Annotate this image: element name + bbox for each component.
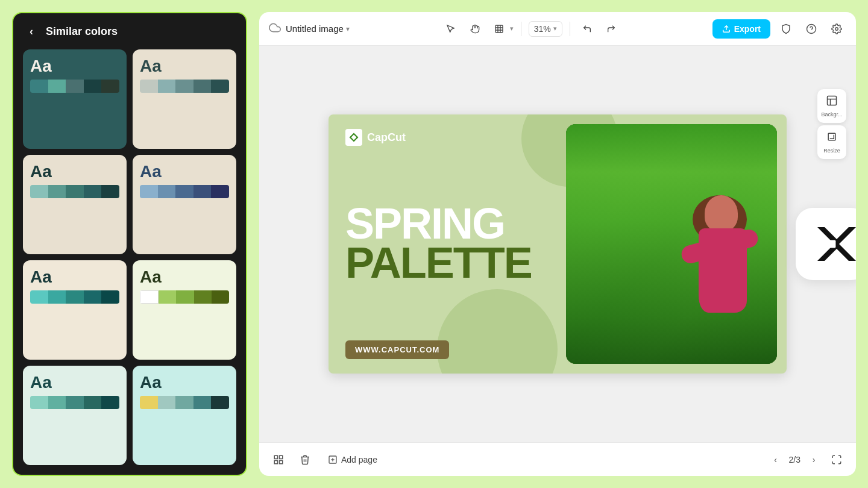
swatch <box>30 396 48 409</box>
toolbar: Untitled image ▾ <box>259 12 856 46</box>
settings-icon[interactable] <box>827 19 846 39</box>
swatch <box>212 290 229 304</box>
hand-tool-button[interactable] <box>465 19 485 39</box>
swatch <box>175 80 193 93</box>
card-5-swatches <box>30 290 119 304</box>
photo-simulation <box>566 124 777 364</box>
card-3-swatches <box>30 185 119 198</box>
color-card-7[interactable]: Aa <box>23 366 127 465</box>
swatch <box>66 396 84 409</box>
color-card-6[interactable]: Aa <box>133 260 236 360</box>
frame-dropdown-icon: ▾ <box>510 25 514 33</box>
resize-icon <box>826 131 838 146</box>
swatch <box>193 80 212 93</box>
shield-icon[interactable] <box>776 19 796 39</box>
swatch <box>84 185 102 198</box>
swatch <box>66 80 84 93</box>
swatch <box>194 290 212 304</box>
color-card-2[interactable]: Aa <box>133 49 236 149</box>
person-figure <box>687 195 759 364</box>
page-navigation: ‹ 2/3 › <box>767 451 822 468</box>
color-card-4[interactable]: Aa <box>133 155 236 254</box>
color-card-3[interactable]: Aa <box>23 155 127 254</box>
palette-text: PALETTE <box>345 243 541 283</box>
swatch <box>175 185 193 198</box>
color-card-8[interactable]: Aa <box>133 366 236 465</box>
swatch <box>101 185 119 198</box>
similar-colors-panel: ‹ Similar colors Aa Aa <box>12 12 247 476</box>
zoom-dropdown-icon: ▾ <box>553 25 557 33</box>
svg-point-8 <box>835 27 838 30</box>
card-1-aa: Aa <box>30 58 119 75</box>
card-8-aa: Aa <box>140 374 229 391</box>
color-card-1[interactable]: Aa <box>23 49 127 149</box>
zoom-control[interactable]: 31% ▾ <box>529 21 562 37</box>
spring-text: SPRING <box>345 204 541 243</box>
card-3-aa: Aa <box>30 163 119 180</box>
swatch <box>140 80 158 93</box>
export-label: Export <box>734 24 761 34</box>
swatch <box>159 290 176 304</box>
capcut-float-logo <box>796 208 856 280</box>
person-head <box>705 195 738 231</box>
swatch <box>140 396 158 409</box>
swatch <box>158 80 176 93</box>
svg-rect-11 <box>828 240 836 248</box>
export-button[interactable]: Export <box>712 19 770 39</box>
capcut-logo-text: CapCut <box>367 131 406 144</box>
swatch <box>140 290 159 304</box>
swatch <box>193 185 212 198</box>
svg-rect-15 <box>280 460 283 463</box>
add-page-button[interactable]: Add page <box>322 451 383 468</box>
color-card-5[interactable]: Aa <box>23 260 127 360</box>
svg-rect-12 <box>274 455 277 458</box>
swatch <box>84 396 102 409</box>
bottom-bar-left: Add page <box>269 450 383 469</box>
editor-area: Untitled image ▾ <box>259 12 856 476</box>
swatch <box>48 185 66 198</box>
url-badge: WWW.CAPCUT.COM <box>345 340 449 359</box>
undo-button[interactable] <box>577 19 597 39</box>
capcut-logo-icon <box>345 129 362 146</box>
swatch <box>176 290 193 304</box>
next-page-button[interactable]: › <box>805 451 822 468</box>
right-tools: Backgr... Resize <box>817 89 846 159</box>
frame-tool-button[interactable] <box>489 19 509 39</box>
add-page-label: Add page <box>341 455 377 465</box>
doc-title[interactable]: Untitled image ▾ <box>286 23 350 34</box>
card-7-aa: Aa <box>30 374 119 391</box>
svg-rect-0 <box>495 25 503 33</box>
card-6-aa: Aa <box>140 269 229 286</box>
swatch <box>158 185 176 198</box>
toolbar-divider-2 <box>570 22 570 36</box>
design-canvas: CapCut SPRING PALETTE WWW.CAPCUT.COM <box>329 114 787 374</box>
delete-page-button[interactable] <box>295 450 315 469</box>
bottom-bar-right: ‹ 2/3 › <box>767 450 846 469</box>
card-7-swatches <box>30 396 119 409</box>
select-tool-button[interactable] <box>441 19 461 39</box>
swatch <box>48 290 66 304</box>
swatch <box>84 290 102 304</box>
toolbar-divider <box>521 22 521 36</box>
swatch <box>211 80 229 93</box>
redo-button[interactable] <box>602 19 621 39</box>
swatch <box>30 80 48 93</box>
background-tool-button[interactable]: Backgr... <box>817 89 846 123</box>
page-indicator: 2/3 <box>789 455 800 465</box>
toolbar-center: ▾ 31% ▾ <box>354 19 708 39</box>
swatch <box>30 290 48 304</box>
canvas-area: Backgr... Resize <box>259 46 856 442</box>
resize-tool-button[interactable]: Resize <box>817 125 846 159</box>
fullscreen-button[interactable] <box>827 450 846 469</box>
svg-rect-9 <box>828 96 837 105</box>
grid-view-button[interactable] <box>269 450 288 469</box>
canvas-photo <box>566 124 777 364</box>
swatch <box>48 396 66 409</box>
panel-title: Similar colors <box>46 25 118 38</box>
help-icon[interactable] <box>802 19 821 39</box>
svg-rect-14 <box>274 460 277 463</box>
prev-page-button[interactable]: ‹ <box>767 451 784 468</box>
swatch <box>211 185 229 198</box>
swatch <box>211 396 229 409</box>
back-button[interactable]: ‹ <box>23 23 40 40</box>
